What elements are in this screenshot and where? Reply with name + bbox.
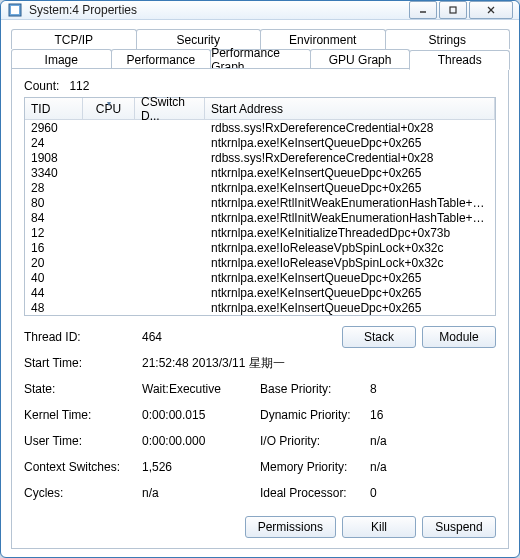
ideal-value: 0: [370, 486, 420, 500]
permissions-button[interactable]: Permissions: [245, 516, 336, 538]
tab-gpu-graph[interactable]: GPU Graph: [310, 49, 411, 69]
table-row[interactable]: 24ntkrnlpa.exe!KeInsertQueueDpc+0x265: [25, 135, 495, 150]
base-prio-value: 8: [370, 382, 420, 396]
client-area: TCP/IP Security Environment Strings Imag…: [1, 20, 519, 558]
thread-id-value: 464: [142, 330, 260, 344]
cell-start-address: ntkrnlpa.exe!KeInsertQueueDpc+0x265: [205, 286, 495, 300]
cell-tid: 44: [25, 286, 83, 300]
maximize-button[interactable]: [439, 1, 467, 19]
mem-prio-value: n/a: [370, 460, 420, 474]
table-row[interactable]: 12ntkrnlpa.exe!KeInitializeThreadedDpc+0…: [25, 225, 495, 240]
col-header-tid[interactable]: TID: [25, 98, 83, 119]
start-time-value: 21:52:48 2013/3/11 星期一: [142, 355, 285, 372]
table-row[interactable]: 1908rdbss.sys!RxDereferenceCredential+0x…: [25, 150, 495, 165]
table-row[interactable]: 48ntkrnlpa.exe!KeInsertQueueDpc+0x265: [25, 300, 495, 315]
tab-performance[interactable]: Performance: [111, 49, 212, 69]
details-panel: Thread ID: 464 Stack Module Start Time: …: [24, 326, 496, 538]
cell-start-address: rdbss.sys!RxDereferenceCredential+0x28: [205, 121, 495, 135]
cell-start-address: rdbss.sys!RxDereferenceCredential+0x28: [205, 151, 495, 165]
cell-tid: 2960: [25, 121, 83, 135]
cell-tid: 80: [25, 196, 83, 210]
cell-start-address: ntkrnlpa.exe!IoReleaseVpbSpinLock+0x32c: [205, 241, 495, 255]
tab-threads[interactable]: Threads: [409, 50, 510, 70]
cell-tid: 28: [25, 181, 83, 195]
cell-start-address: ntkrnlpa.exe!RtlInitWeakEnumerationHashT…: [205, 211, 495, 225]
start-time-label: Start Time:: [24, 356, 142, 370]
count-label: Count:: [24, 79, 59, 93]
app-icon: [7, 2, 23, 18]
cycles-label: Cycles:: [24, 486, 142, 500]
ctx-value: 1,526: [142, 460, 260, 474]
state-value: Wait:Executive: [142, 382, 260, 396]
tab-tcpip[interactable]: TCP/IP: [11, 29, 137, 49]
col-header-start-address[interactable]: Start Address: [205, 98, 495, 119]
user-time-label: User Time:: [24, 434, 142, 448]
cell-tid: 84: [25, 211, 83, 225]
kernel-time-value: 0:00:00.015: [142, 408, 260, 422]
tabs-row-2: Image Performance Performance Graph GPU …: [11, 49, 509, 69]
threads-list: TID ▾CPU CSwitch D... Start Address 2960…: [24, 97, 496, 316]
dyn-prio-value: 16: [370, 408, 420, 422]
svg-rect-1: [11, 6, 19, 14]
dyn-prio-label: Dynamic Priority:: [260, 408, 370, 422]
window-title: System:4 Properties: [29, 3, 407, 17]
tab-performance-graph[interactable]: Performance Graph: [210, 49, 311, 69]
table-row[interactable]: 2960rdbss.sys!RxDereferenceCredential+0x…: [25, 120, 495, 135]
table-row[interactable]: 16ntkrnlpa.exe!IoReleaseVpbSpinLock+0x32…: [25, 240, 495, 255]
table-row[interactable]: 40ntkrnlpa.exe!KeInsertQueueDpc+0x265: [25, 270, 495, 285]
close-button[interactable]: [469, 1, 513, 19]
sort-desc-icon: ▾: [107, 99, 111, 108]
tab-strings[interactable]: Strings: [385, 29, 511, 49]
cell-tid: 12: [25, 226, 83, 240]
tab-panel: Count: 112 TID ▾CPU CSwitch D... Start A…: [11, 68, 509, 549]
cycles-value: n/a: [142, 486, 260, 500]
list-body[interactable]: 2960rdbss.sys!RxDereferenceCredential+0x…: [25, 120, 495, 315]
cell-tid: 40: [25, 271, 83, 285]
cell-start-address: ntkrnlpa.exe!KeInsertQueueDpc+0x265: [205, 166, 495, 180]
cell-start-address: ntkrnlpa.exe!KeInsertQueueDpc+0x265: [205, 271, 495, 285]
suspend-button[interactable]: Suspend: [422, 516, 496, 538]
table-row[interactable]: 20ntkrnlpa.exe!IoReleaseVpbSpinLock+0x32…: [25, 255, 495, 270]
svg-rect-3: [450, 7, 456, 13]
col-header-cpu[interactable]: ▾CPU: [83, 98, 135, 119]
kernel-time-label: Kernel Time:: [24, 408, 142, 422]
count-row: Count: 112: [24, 79, 496, 93]
table-row[interactable]: 84ntkrnlpa.exe!RtlInitWeakEnumerationHas…: [25, 210, 495, 225]
cell-start-address: ntkrnlpa.exe!KeInitializeThreadedDpc+0x7…: [205, 226, 495, 240]
kill-button[interactable]: Kill: [342, 516, 416, 538]
base-prio-label: Base Priority:: [260, 382, 370, 396]
state-label: State:: [24, 382, 142, 396]
cell-tid: 3340: [25, 166, 83, 180]
cell-tid: 24: [25, 136, 83, 150]
stack-button[interactable]: Stack: [342, 326, 416, 348]
bottom-button-row: Permissions Kill Suspend: [24, 516, 496, 538]
minimize-button[interactable]: [409, 1, 437, 19]
count-value: 112: [69, 79, 89, 93]
cell-tid: 1908: [25, 151, 83, 165]
table-row[interactable]: 3340ntkrnlpa.exe!KeInsertQueueDpc+0x265: [25, 165, 495, 180]
mem-prio-label: Memory Priority:: [260, 460, 370, 474]
cell-start-address: ntkrnlpa.exe!RtlInitWeakEnumerationHashT…: [205, 196, 495, 210]
cell-start-address: ntkrnlpa.exe!KeInsertQueueDpc+0x265: [205, 181, 495, 195]
table-row[interactable]: 28ntkrnlpa.exe!KeInsertQueueDpc+0x265: [25, 180, 495, 195]
table-row[interactable]: 80ntkrnlpa.exe!RtlInitWeakEnumerationHas…: [25, 195, 495, 210]
table-row[interactable]: 44ntkrnlpa.exe!KeInsertQueueDpc+0x265: [25, 285, 495, 300]
tab-image[interactable]: Image: [11, 49, 112, 69]
cell-tid: 20: [25, 256, 83, 270]
col-header-cswitch[interactable]: CSwitch D...: [135, 98, 205, 119]
cell-start-address: ntkrnlpa.exe!KeInsertQueueDpc+0x265: [205, 301, 495, 315]
io-prio-value: n/a: [370, 434, 420, 448]
ctx-label: Context Switches:: [24, 460, 142, 474]
list-header: TID ▾CPU CSwitch D... Start Address: [25, 98, 495, 120]
properties-window: System:4 Properties TCP/IP Security Envi…: [0, 0, 520, 558]
module-button[interactable]: Module: [422, 326, 496, 348]
ideal-label: Ideal Processor:: [260, 486, 370, 500]
threads-content: Count: 112 TID ▾CPU CSwitch D... Start A…: [12, 69, 508, 548]
thread-id-label: Thread ID:: [24, 330, 142, 344]
titlebar[interactable]: System:4 Properties: [1, 1, 519, 20]
cell-start-address: ntkrnlpa.exe!KeInsertQueueDpc+0x265: [205, 136, 495, 150]
cell-tid: 48: [25, 301, 83, 315]
io-prio-label: I/O Priority:: [260, 434, 370, 448]
cell-tid: 16: [25, 241, 83, 255]
cell-start-address: ntkrnlpa.exe!IoReleaseVpbSpinLock+0x32c: [205, 256, 495, 270]
